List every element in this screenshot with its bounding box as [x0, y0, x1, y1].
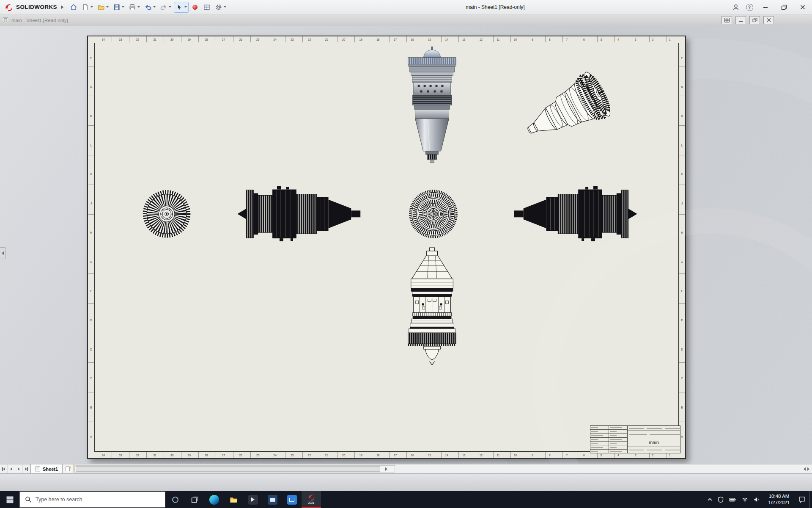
tab-bar-filler	[395, 464, 801, 473]
sheet-nav-first[interactable]	[0, 464, 8, 473]
solidworks-logo[interactable]: SOLIDWORKS	[4, 3, 57, 12]
titlebar-toolbar: SOLIDWORKS	[0, 2, 228, 13]
print-dropdown[interactable]	[137, 6, 140, 8]
view-rear[interactable]	[409, 190, 458, 238]
horizontal-scrollbar-thumb[interactable]	[76, 466, 380, 472]
mail-app-icon	[268, 495, 277, 505]
options-dropdown[interactable]	[224, 6, 226, 8]
redo-button[interactable]	[158, 2, 173, 13]
mouse-gesture-button[interactable]	[189, 2, 200, 13]
minimize-button[interactable]	[756, 0, 775, 14]
sheet-nav-prev[interactable]	[8, 464, 15, 473]
view-isometric[interactable]	[517, 70, 614, 153]
corner-scroll-right[interactable]	[807, 467, 809, 471]
volume-icon[interactable]	[754, 497, 760, 502]
taskbar-search[interactable]	[19, 491, 165, 508]
edge-button[interactable]	[204, 491, 224, 508]
start-button[interactable]	[0, 491, 19, 508]
cortana-button[interactable]	[165, 491, 185, 508]
file-explorer-icon	[230, 496, 238, 503]
action-center-button[interactable]	[794, 491, 809, 508]
search-input[interactable]	[36, 497, 154, 502]
open-dropdown[interactable]	[106, 6, 109, 8]
maximize-button[interactable]	[775, 0, 793, 14]
media-app-icon	[248, 495, 258, 505]
close-icon	[799, 4, 806, 11]
home-button[interactable]	[68, 2, 79, 13]
sheet-tab-label: Sheet1	[43, 467, 58, 472]
title-block-left-table	[590, 426, 628, 453]
new-document-dropdown[interactable]	[91, 6, 93, 8]
security-shield-icon[interactable]	[718, 497, 724, 503]
doc-tile-button[interactable]	[721, 16, 732, 24]
drawing-document-icon	[3, 17, 9, 23]
view-bottom[interactable]	[408, 248, 456, 365]
solidworks-version-label: 2021	[308, 502, 314, 505]
view-top[interactable]	[408, 47, 456, 163]
system-tray	[703, 497, 764, 503]
redo-dropdown[interactable]	[169, 6, 171, 8]
home-icon	[70, 3, 77, 11]
solidworks-logo-icon	[4, 3, 14, 12]
file-properties-button[interactable]	[201, 2, 212, 13]
doc-restore-icon	[752, 18, 757, 22]
tab-sheet1[interactable]: Sheet1	[30, 464, 63, 473]
select-button[interactable]	[174, 2, 189, 13]
graphics-area[interactable]: 3433323130292827262524232221201918171615…	[0, 26, 812, 464]
options-button[interactable]	[213, 2, 228, 13]
corner-scroll-left[interactable]	[804, 467, 806, 471]
show-desktop-button[interactable]	[809, 491, 812, 508]
account-button[interactable]	[729, 0, 743, 14]
add-sheet-button[interactable]	[63, 464, 74, 473]
file-explorer-button[interactable]	[224, 491, 243, 508]
battery-icon[interactable]	[729, 497, 736, 503]
new-document-button[interactable]	[80, 2, 95, 13]
save-button[interactable]	[111, 2, 126, 13]
undo-button[interactable]	[143, 2, 157, 13]
window-title: main - Sheet1 [Read-only]	[466, 0, 524, 14]
document-title-area: main - Sheet1 [Read-only]	[0, 17, 68, 23]
sheet-nav-next[interactable]	[15, 464, 23, 473]
close-button[interactable]	[793, 0, 812, 14]
action-center-icon	[798, 496, 806, 503]
taskbar-app-window-button[interactable]	[282, 491, 302, 508]
title-block-right-table: main	[628, 426, 680, 453]
save-dropdown[interactable]	[122, 6, 124, 8]
tray-chevron-up-icon[interactable]	[708, 498, 712, 501]
drawing-sheet[interactable]: 3433323130292827262524232221201918171615…	[87, 36, 686, 459]
doc-close-button[interactable]	[763, 16, 774, 24]
drawing-canvas[interactable]	[88, 36, 685, 458]
task-view-button[interactable]	[185, 491, 204, 508]
sheet-nav-last[interactable]	[23, 464, 30, 473]
doc-minimize-button[interactable]	[735, 16, 746, 24]
select-dropdown[interactable]	[184, 6, 187, 8]
print-button[interactable]	[127, 2, 142, 13]
view-side-right[interactable]	[514, 186, 637, 241]
scroll-right-button[interactable]	[383, 466, 390, 472]
help-button[interactable]: ?	[743, 0, 756, 14]
horizontal-scrollbar[interactable]	[74, 465, 395, 472]
help-icon: ?	[746, 4, 753, 11]
redo-icon	[160, 3, 167, 11]
solidworks-taskbar-button[interactable]: 2021	[302, 491, 321, 508]
view-left-fan[interactable]	[143, 190, 191, 238]
clock-time: 10:48 AM	[764, 493, 794, 500]
red-sphere-icon	[191, 3, 199, 11]
taskbar-app-media-button[interactable]	[243, 491, 263, 508]
taskbar-clock[interactable]: 10:48 AM 1/27/2021	[764, 493, 794, 506]
menu-flyout-arrow[interactable]	[61, 6, 63, 9]
edge-icon	[209, 495, 219, 505]
save-icon	[113, 3, 121, 11]
taskbar-app-mail-button[interactable]	[263, 491, 282, 508]
search-icon	[25, 496, 32, 503]
title-block[interactable]: main	[590, 425, 680, 453]
undo-dropdown[interactable]	[153, 6, 156, 8]
status-bar	[0, 473, 812, 491]
task-pane-collapse-arrow[interactable]	[0, 247, 5, 259]
view-side-left[interactable]	[237, 186, 360, 241]
doc-restore-button[interactable]	[749, 16, 760, 24]
windows-logo-icon	[6, 496, 14, 503]
undo-icon	[144, 3, 152, 11]
open-button[interactable]	[96, 2, 110, 13]
wifi-icon[interactable]	[742, 497, 748, 502]
